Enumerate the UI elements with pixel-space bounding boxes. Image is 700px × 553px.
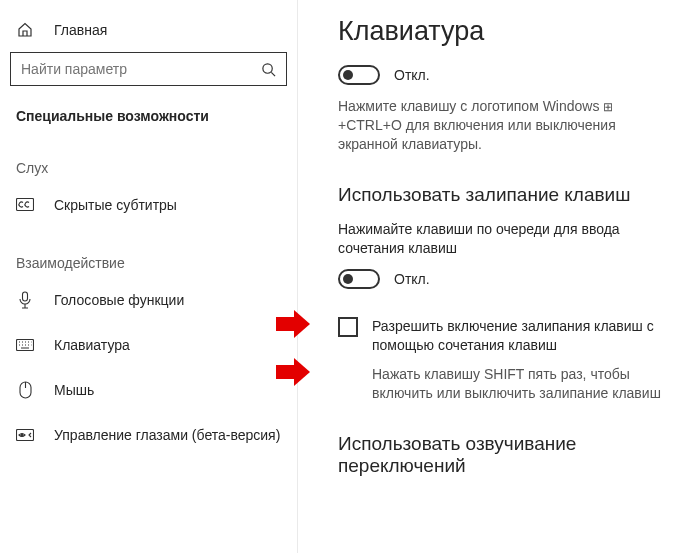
sticky-keys-title: Использовать залипание клавиш xyxy=(338,184,678,206)
svg-point-6 xyxy=(21,434,23,436)
search-field[interactable] xyxy=(21,61,261,77)
sidebar-item-eye-control[interactable]: Управление глазами (бета-версия) xyxy=(0,412,297,457)
nav-home[interactable]: Главная xyxy=(0,18,297,52)
page-title: Клавиатура xyxy=(338,16,678,47)
nav-home-label: Главная xyxy=(54,22,107,38)
osk-toggle-label: Откл. xyxy=(394,67,430,83)
osk-toggle[interactable] xyxy=(338,65,380,85)
main-content: Клавиатура Откл. Нажмите клавишу с логот… xyxy=(298,0,700,553)
toggle-keys-title: Использовать озвучивание переключений xyxy=(338,433,678,477)
sidebar-item-closed-captions[interactable]: Скрытые субтитры xyxy=(0,182,297,227)
sticky-shortcut-label: Разрешить включение залипания клавиш с п… xyxy=(372,317,678,355)
nav-label: Мышь xyxy=(54,382,94,398)
category-title: Специальные возможности xyxy=(0,86,297,132)
osk-toggle-row: Откл. xyxy=(338,65,678,85)
sticky-keys-toggle[interactable] xyxy=(338,269,380,289)
nav-label: Клавиатура xyxy=(54,337,130,353)
windows-logo-icon: ⊞ xyxy=(603,100,613,114)
nav-label: Управление глазами (бета-версия) xyxy=(54,427,280,443)
microphone-icon xyxy=(16,291,34,309)
svg-rect-2 xyxy=(23,292,28,301)
osk-description: Нажмите клавишу с логотипом Windows ⊞ +C… xyxy=(338,97,678,154)
search-icon xyxy=(261,62,276,77)
home-icon xyxy=(16,22,34,38)
keyboard-icon xyxy=(16,339,34,351)
sidebar-item-keyboard[interactable]: Клавиатура xyxy=(0,322,297,367)
eye-control-icon xyxy=(16,429,34,441)
nav-label: Скрытые субтитры xyxy=(54,197,177,213)
sidebar: Главная Специальные возможности Слух Скр… xyxy=(0,0,298,553)
sticky-toggle-row: Откл. xyxy=(338,269,678,289)
closed-captions-icon xyxy=(16,198,34,212)
search-input[interactable] xyxy=(10,52,287,86)
sticky-keys-subtitle: Нажимайте клавиши по очереди для ввода с… xyxy=(338,220,678,258)
group-interaction: Взаимодействие xyxy=(0,227,297,277)
svg-point-0 xyxy=(263,63,272,72)
sidebar-item-speech[interactable]: Голосовые функции xyxy=(0,277,297,322)
mouse-icon xyxy=(16,381,34,399)
group-hearing: Слух xyxy=(0,132,297,182)
sticky-shortcut-hint: Нажать клавишу SHIFT пять раз, чтобы вкл… xyxy=(372,365,678,403)
nav-label: Голосовые функции xyxy=(54,292,184,308)
sidebar-item-mouse[interactable]: Мышь xyxy=(0,367,297,412)
sticky-shortcut-checkbox[interactable] xyxy=(338,317,358,337)
sticky-toggle-label: Откл. xyxy=(394,271,430,287)
sticky-shortcut-row: Разрешить включение залипания клавиш с п… xyxy=(338,317,678,355)
